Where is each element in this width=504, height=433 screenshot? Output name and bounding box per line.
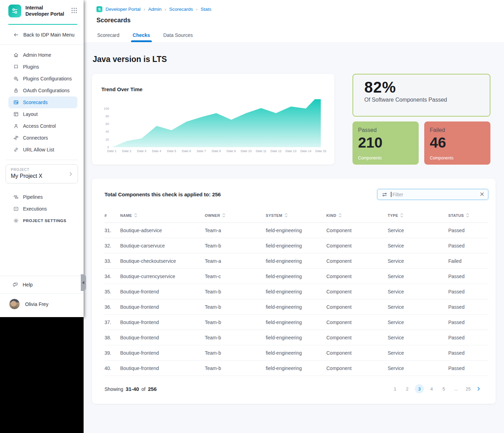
page-button-4[interactable]: 4 xyxy=(427,384,436,393)
app-grid-icon[interactable] xyxy=(71,7,77,15)
row-number: 36. xyxy=(104,304,120,310)
chevron-right-icon xyxy=(68,171,73,177)
table-row[interactable]: 34.Boutique-currencyserviceTeam-cfield-e… xyxy=(104,269,488,284)
column-label: NAME xyxy=(120,213,132,218)
table-body: 31.Boutique-adserviceTeam-afield-enginee… xyxy=(104,223,488,376)
sidebar-item-plugins-configurations[interactable]: Plugins Configurations xyxy=(8,73,77,85)
layout-icon xyxy=(13,111,19,117)
project-selector[interactable]: PROJECT My Project X xyxy=(6,164,78,183)
x-tick-label: Date 7 xyxy=(194,149,209,153)
back-to-idp-menu[interactable]: Back to IDP Main Menu xyxy=(0,25,84,45)
sidebar-item-scorecards[interactable]: Scorecards xyxy=(8,96,77,108)
sidebar-item-access-control[interactable]: Access Control xyxy=(8,120,77,132)
collapse-left-arrow-icon xyxy=(82,281,84,284)
cell-system: field-engineering xyxy=(266,258,326,264)
sidebar-item-label: Pipelines xyxy=(23,194,43,200)
sort-icon[interactable] xyxy=(339,213,342,218)
table-row[interactable]: 35.Boutique-frontendTeam-bfield-engineer… xyxy=(104,284,488,299)
help-chat-icon xyxy=(13,282,18,288)
table-row[interactable]: 38.Boutique-frontendTeam-bfield-engineer… xyxy=(104,330,488,345)
sidebar-item-layout[interactable]: Layout xyxy=(8,108,77,120)
x-tick-label: Date 13 xyxy=(283,149,298,153)
breadcrumb-link-admin[interactable]: Admin xyxy=(148,7,162,12)
filter-box[interactable]: ✕ xyxy=(377,189,488,200)
tab-bar: ScorecardChecksData Sources xyxy=(96,32,504,42)
sidebar-collapse-handle[interactable] xyxy=(81,274,86,291)
cell-kind: Component xyxy=(326,274,388,279)
table-row[interactable]: 40.Boutique-frontendTeam-bfield-engineer… xyxy=(104,361,488,376)
cell-name: Boutique-frontend xyxy=(120,335,205,340)
showing-total: 256 xyxy=(148,386,157,392)
filter-input[interactable] xyxy=(393,192,476,197)
breadcrumb-link-developer-portal[interactable]: Developer Portal xyxy=(106,7,141,12)
percent-passed-card: 82% Of Software Components Passed xyxy=(352,74,490,117)
sort-icon[interactable] xyxy=(285,213,288,218)
help-label: Help xyxy=(23,282,33,288)
sort-icon[interactable] xyxy=(466,213,469,218)
x-tick-label: Date 9 xyxy=(224,149,239,153)
showing-range: 31-40 xyxy=(126,386,139,392)
row-number: 31. xyxy=(104,228,120,233)
breadcrumb-link-scorecards[interactable]: Scorecards xyxy=(169,7,193,12)
sidebar-item-label: URL Allow List xyxy=(23,147,54,152)
column-header-type: TYPE xyxy=(388,213,448,218)
table-row[interactable]: 32.Boutique-carservuceTeam-bfield-engine… xyxy=(104,238,488,253)
table-row[interactable]: 36.Boutique-frontendTeam-bfield-engineer… xyxy=(104,299,488,315)
cell-status: Passed xyxy=(448,289,488,294)
cell-name: Boutique-currencyservice xyxy=(120,274,205,279)
cell-status: Passed xyxy=(448,243,488,249)
x-tick-label: Date 5 xyxy=(164,149,179,153)
sidebar-item-label: Connectors xyxy=(23,135,48,141)
sidebar-item-url-allow-list[interactable]: URL Allow List xyxy=(8,144,77,156)
breadcrumb-idp-icon xyxy=(96,6,102,12)
page-button-25[interactable]: 25 xyxy=(464,384,473,393)
user-menu[interactable]: Olivia Frey xyxy=(0,293,84,317)
cell-type: Service xyxy=(388,320,448,325)
tab-checks[interactable]: Checks xyxy=(133,32,150,42)
sidebar-item-oauth-configurations[interactable]: OAuth Configurations xyxy=(8,85,77,96)
sidebar-item-label: Plugins Configurations xyxy=(23,76,72,81)
tab-scorecard[interactable]: Scorecard xyxy=(97,32,119,42)
y-tick-label: 80 xyxy=(106,115,109,118)
cell-system: field-engineering xyxy=(266,243,326,249)
clear-filter-icon[interactable]: ✕ xyxy=(480,191,484,197)
oauth-lock-icon xyxy=(13,88,19,93)
y-tick-label: 20 xyxy=(106,138,109,141)
page-button-2[interactable]: 2 xyxy=(403,384,412,393)
sidebar-item-connectors[interactable]: Connectors xyxy=(8,132,77,144)
filter-sliders-icon xyxy=(382,192,387,197)
x-tick-label: Date 14 xyxy=(298,149,313,153)
sidebar-item-executions[interactable]: Executions xyxy=(8,203,77,215)
passed-count: 210 xyxy=(358,135,413,150)
arrow-left-icon xyxy=(13,32,19,38)
page-button-5[interactable]: 5 xyxy=(439,384,448,393)
chart-area: 100806040200 Date 1Date 2Date 3Date 4Dat… xyxy=(101,99,325,147)
pagination-next-button[interactable] xyxy=(476,386,481,392)
cell-name: Boutique-adservice xyxy=(120,228,205,233)
tab-data-sources[interactable]: Data Sources xyxy=(163,32,193,42)
sort-icon[interactable] xyxy=(222,213,225,218)
sort-icon[interactable] xyxy=(400,213,403,218)
page-button-1[interactable]: 1 xyxy=(390,384,400,393)
row-number: 33. xyxy=(104,258,120,264)
table-row[interactable]: 37.Boutique-frontendTeam-bfield-engineer… xyxy=(104,315,488,330)
sort-icon[interactable] xyxy=(134,213,137,218)
area-chart-svg xyxy=(112,99,321,147)
help-button[interactable]: Help xyxy=(0,276,84,293)
x-tick-label: Date 3 xyxy=(134,149,149,153)
sidebar-item-admin-home[interactable]: Admin Home xyxy=(8,49,77,61)
cell-kind: Component xyxy=(326,365,388,371)
row-number: 35. xyxy=(104,289,120,294)
cell-owner: Team-b xyxy=(205,289,266,294)
table-row[interactable]: 31.Boutique-adserviceTeam-afield-enginee… xyxy=(104,223,488,238)
page-button-3[interactable]: 3 xyxy=(415,384,424,393)
table-row[interactable]: 39.Boutique-frontendTeam-bfield-engineer… xyxy=(104,345,488,361)
breadcrumb: Developer Portal›Admin›Scorecards›Stats xyxy=(96,6,504,12)
sidebar-item-project-settings[interactable]: PROJECT SETTINGS xyxy=(8,215,77,227)
sidebar-item-pipelines[interactable]: Pipelines xyxy=(8,191,77,203)
breadcrumb-link-stats[interactable]: Stats xyxy=(201,7,211,12)
divider xyxy=(6,160,78,160)
x-tick-label: Date 12 xyxy=(268,149,284,153)
sidebar-item-plugins[interactable]: Plugins xyxy=(8,61,77,73)
table-row[interactable]: 33.Boutique-checkoutserviceTeam-afield-e… xyxy=(104,253,488,269)
